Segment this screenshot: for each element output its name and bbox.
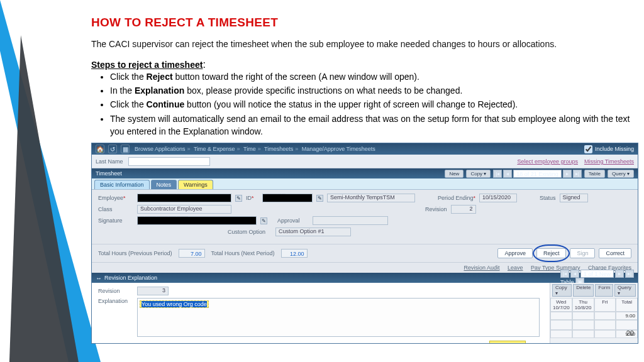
status-field: Signed: [560, 194, 588, 202]
tab-basic[interactable]: Basic Information: [94, 180, 150, 189]
rev-number-label: Revision: [98, 288, 133, 294]
explanation-sample-text: You used wrong Org code: [140, 300, 209, 308]
select-groups-link[interactable]: Select employee groups: [517, 158, 578, 165]
status-label: Status: [540, 195, 556, 201]
schedule-field: Semi-Monthly TempsTSM: [327, 194, 415, 202]
grid-icon[interactable]: ▦: [121, 145, 130, 153]
correct-button[interactable]: Correct: [599, 248, 631, 258]
hours-row: Total Hours (Previous Period) 7.00 Total…: [92, 244, 638, 263]
grid-spacer: [616, 320, 638, 330]
revision-panel-title: Revision Explanation: [104, 275, 157, 281]
breadcrumb: Browse Applications» Time & Expense» Tim…: [135, 146, 375, 152]
intro-text: The CACI supervisor can reject the times…: [91, 38, 638, 50]
step-2: In the Explanation box, please provide s…: [110, 84, 638, 97]
edit-signature-icon[interactable]: ✎: [260, 217, 267, 224]
step-4: The system will automatically send an em…: [110, 112, 638, 138]
nav-next-icon[interactable]: ▸: [563, 170, 572, 178]
nav-prev-icon[interactable]: ◂: [503, 170, 512, 178]
next-hours-value: 12.00: [281, 249, 308, 258]
edit-employee-icon[interactable]: ✎: [235, 195, 242, 202]
decor-triangle-dark: [9, 35, 90, 362]
grid-foot: [594, 330, 616, 338]
id-field[interactable]: █████: [262, 194, 313, 202]
grid-cell[interactable]: [572, 312, 594, 320]
tab-warnings[interactable]: Warnings: [178, 180, 213, 189]
grid-spacer: [594, 320, 616, 330]
revision-field: 2: [451, 205, 476, 214]
grid-head-wed: Wed10/7/20: [550, 298, 572, 312]
breadcrumb-3[interactable]: Timesheets: [264, 146, 293, 152]
custom-option-label: Custom Option: [228, 229, 272, 235]
mini-copy-button[interactable]: Copy ▾: [552, 284, 572, 297]
back-icon[interactable]: ↺: [108, 145, 117, 153]
tab-notes[interactable]: Notes: [151, 180, 177, 189]
prev-hours-label: Total Hours (Previous Period): [98, 250, 172, 256]
grid-spacer: [550, 320, 572, 330]
steps-heading: Steps to reject a timesheet: [91, 60, 203, 70]
revision-audit-link[interactable]: Revision Audit: [464, 265, 499, 271]
panel-tools: New Copy ▾ |◂ ◂ 18 of 21 Existing ▸ ▸| T…: [445, 170, 634, 178]
edit-id-icon[interactable]: ✎: [316, 195, 323, 202]
table-button[interactable]: Table: [584, 170, 605, 178]
breadcrumb-4: Manage/Approve Timesheets: [302, 146, 375, 152]
breadcrumb-2[interactable]: Time: [243, 146, 256, 152]
grid-head-thu: Thu10/8/20: [572, 298, 594, 312]
timesheet-panel-header: Timesheet New Copy ▾ |◂ ◂ 18 of 21 Exist…: [92, 168, 638, 178]
new-button[interactable]: New: [445, 170, 464, 178]
period-label: Period Ending: [438, 195, 475, 201]
approval-field: [313, 216, 388, 225]
step-1: Click the Reject button toward the right…: [110, 70, 638, 83]
leave-link[interactable]: Leave: [508, 265, 523, 271]
home-icon[interactable]: 🏠: [96, 145, 104, 153]
mini-delete-button[interactable]: Delete: [573, 284, 594, 297]
missing-timesheets-link[interactable]: Missing Timesheets: [584, 158, 634, 165]
continue-button[interactable]: Continue: [489, 341, 526, 344]
rev-nav-next-icon[interactable]: ▸: [615, 270, 624, 278]
include-missing-wrap[interactable]: Include Missing: [584, 145, 634, 153]
record-counter: 18 of 21 Existing: [513, 170, 562, 178]
grid-cell[interactable]: [550, 312, 572, 320]
mini-query-button[interactable]: Query ▾: [614, 284, 636, 297]
rev-nav-first-icon[interactable]: |◂: [560, 270, 569, 278]
reject-button[interactable]: Reject: [536, 248, 567, 258]
employee-field[interactable]: ██████████: [137, 194, 231, 202]
rev-number-field: 3: [137, 287, 169, 295]
rev-nav-last-icon[interactable]: ▸|: [625, 270, 634, 278]
signature-field[interactable]: ████████████: [137, 216, 257, 225]
undock-icon[interactable]: ↔: [96, 275, 102, 282]
grid-head-fri: Fri: [594, 298, 616, 312]
approval-label: Approval: [277, 217, 309, 224]
nav-first-icon[interactable]: |◂: [493, 170, 502, 178]
sign-button[interactable]: Sign: [570, 248, 595, 258]
explanation-label: Explanation: [98, 298, 133, 304]
rev-nav-prev-icon[interactable]: ◂: [570, 270, 579, 278]
next-hours-label: Total Hours (Next Period): [211, 250, 275, 256]
copy-button[interactable]: Copy ▾: [466, 170, 491, 178]
tab-row: Basic Information Notes Warnings: [92, 178, 638, 190]
timesheet-form: Employee ██████████ ✎ ID █████ ✎ Semi-Mo…: [92, 190, 638, 244]
content-area: HOW TO REJECT A TIMESHEET The CACI super…: [91, 16, 638, 344]
class-label: Class: [98, 206, 133, 212]
lastname-input[interactable]: [128, 157, 210, 166]
approve-button[interactable]: Approve: [497, 248, 533, 258]
include-missing-checkbox[interactable]: [584, 145, 592, 153]
embedded-screenshot: 🏠 ↺ ▦ Browse Applications» Time & Expens…: [91, 143, 638, 344]
custom-option-field: Custom Option #1: [275, 228, 351, 236]
query-button[interactable]: Query ▾: [608, 170, 634, 178]
signature-label: Signature: [98, 217, 133, 224]
breadcrumb-browse[interactable]: Browse Applications: [135, 146, 186, 152]
grid-cell-total: 9.00: [616, 312, 638, 320]
grid-foot: [550, 330, 572, 338]
grid-cell[interactable]: [594, 312, 616, 320]
revision-label: Revision: [425, 206, 447, 212]
nav-last-icon[interactable]: ▸|: [573, 170, 582, 178]
grid-head-total: Total: [616, 298, 638, 312]
mini-form-button[interactable]: Form: [595, 284, 613, 297]
employee-label: Employee: [98, 195, 133, 201]
prev-hours-value: 7.00: [179, 249, 205, 258]
step-3: Click the Continue button (you will noti…: [110, 98, 638, 111]
revision-panel-header: ↔ Revision Explanation |◂ ◂ 1 of 1 New ▸…: [92, 273, 638, 283]
breadcrumb-1[interactable]: Time & Expense: [194, 146, 235, 152]
grid-spacer: [572, 320, 594, 330]
rev-counter: 1 of 1 New: [580, 270, 614, 278]
